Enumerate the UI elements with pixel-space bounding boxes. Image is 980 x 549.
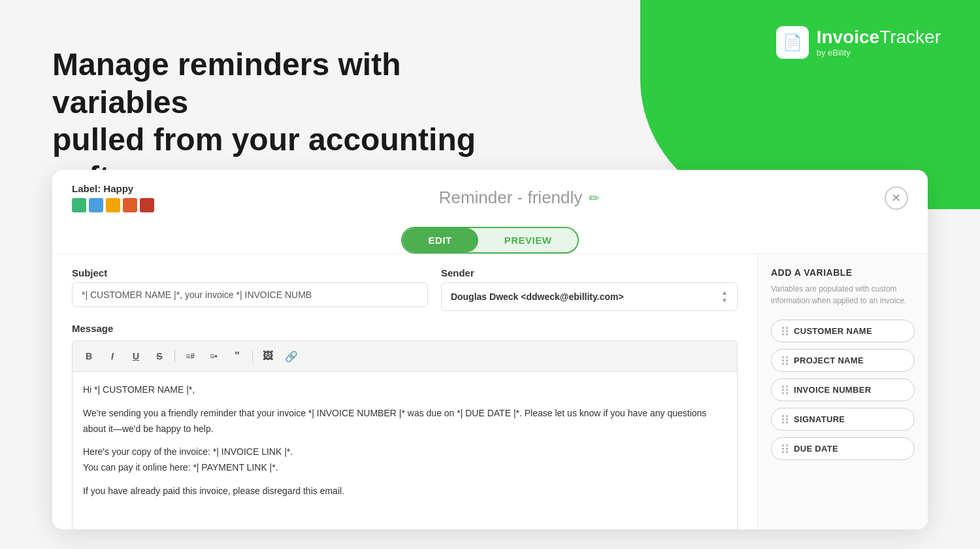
reminder-title: Reminder - friendly xyxy=(439,188,583,208)
swatch-green[interactable] xyxy=(72,198,86,212)
italic-button[interactable]: I xyxy=(103,346,122,366)
card-header: Label: Happy Reminder - friendly ✏ ✕ xyxy=(52,170,928,254)
color-swatches xyxy=(72,198,154,212)
sender-select[interactable]: Douglas Dweck <ddweck@ebillity.com> ▲ ▼ xyxy=(441,282,738,311)
subject-label: Subject xyxy=(72,267,428,278)
close-button[interactable]: ✕ xyxy=(885,186,908,210)
logo-sub: by eBility xyxy=(817,48,941,58)
variable-customer-name[interactable]: CUSTOMER NAME xyxy=(771,320,915,342)
drag-dots-icon xyxy=(782,327,789,335)
variable-project-name[interactable]: PROJECT NAME xyxy=(771,349,915,372)
swatch-red[interactable] xyxy=(140,198,154,212)
variable-signature[interactable]: SIGNATURE xyxy=(771,408,915,431)
reminder-title-area: Reminder - friendly ✏ xyxy=(439,188,600,208)
tabs-row: EDIT PREVIEW xyxy=(72,222,908,254)
strikethrough-button[interactable]: S xyxy=(150,346,169,366)
message-body[interactable]: Hi *| CUSTOMER NAME |*, We're sending yo… xyxy=(72,371,738,529)
close-icon: ✕ xyxy=(891,191,901,205)
card-body: Subject Sender Douglas Dweck <ddweck@ebi… xyxy=(52,254,928,529)
variable-label: SIGNATURE xyxy=(794,414,845,424)
message-label: Message xyxy=(72,323,738,334)
ordered-list-button[interactable]: ≡# xyxy=(180,346,200,366)
card-header-top: Label: Happy Reminder - friendly ✏ ✕ xyxy=(72,183,908,212)
unordered-list-button[interactable]: ≡• xyxy=(204,346,223,366)
variable-label: CUSTOMER NAME xyxy=(794,326,872,336)
main-panel: Subject Sender Douglas Dweck <ddweck@ebi… xyxy=(52,254,758,529)
bold-button[interactable]: B xyxy=(79,346,99,366)
drag-dots-icon xyxy=(782,444,789,453)
tab-toggle: EDIT PREVIEW xyxy=(401,227,580,254)
label-text: Label: Happy xyxy=(72,183,154,194)
swatch-orange[interactable] xyxy=(123,198,137,212)
variables-panel: ADD A VARIABLE Variables are populated w… xyxy=(758,254,928,529)
toolbar-separator-2 xyxy=(252,350,253,363)
drag-dots-icon xyxy=(782,386,789,394)
variable-label: INVOICE NUMBER xyxy=(794,385,871,395)
chevron-updown-icon: ▲ ▼ xyxy=(721,290,728,304)
edit-pencil-icon[interactable]: ✏ xyxy=(589,190,600,206)
variable-label: DUE DATE xyxy=(794,444,838,454)
underline-button[interactable]: U xyxy=(126,346,146,366)
quote-button[interactable]: " xyxy=(227,346,247,366)
image-button[interactable]: 🖼 xyxy=(258,346,278,366)
add-variable-desc: Variables are populated with custom info… xyxy=(771,283,915,307)
subject-input[interactable] xyxy=(72,282,428,307)
logo-icon: 📄 xyxy=(776,26,809,59)
swatch-yellow[interactable] xyxy=(106,198,120,212)
message-toolbar: B I U S ≡# ≡• " 🖼 🔗 xyxy=(72,341,738,371)
drag-dots-icon xyxy=(782,356,789,365)
message-section: Message B I U S ≡# ≡• " 🖼 🔗 Hi xyxy=(72,323,738,529)
variable-label: PROJECT NAME xyxy=(794,356,864,365)
sender-group: Sender Douglas Dweck <ddweck@ebillity.co… xyxy=(441,267,738,311)
form-row: Subject Sender Douglas Dweck <ddweck@ebi… xyxy=(72,267,738,311)
sender-value: Douglas Dweck <ddweck@ebillity.com> xyxy=(451,291,624,302)
logo-text-block: InvoiceTracker by eBility xyxy=(817,27,941,58)
add-variable-title: ADD A VARIABLE xyxy=(771,267,915,278)
variable-invoice-number[interactable]: INVOICE NUMBER xyxy=(771,378,915,401)
sender-label: Sender xyxy=(441,267,738,278)
swatch-blue[interactable] xyxy=(89,198,103,212)
tab-edit[interactable]: EDIT xyxy=(402,228,478,252)
logo-name: InvoiceTracker xyxy=(817,27,941,48)
variable-due-date[interactable]: DUE DATE xyxy=(771,437,915,460)
toolbar-separator-1 xyxy=(174,350,175,363)
drag-dots-icon xyxy=(782,415,789,424)
tab-preview[interactable]: PREVIEW xyxy=(478,228,578,252)
label-area: Label: Happy xyxy=(72,183,154,212)
modal-card: Label: Happy Reminder - friendly ✏ ✕ xyxy=(52,170,928,529)
logo-area: 📄 InvoiceTracker by eBility xyxy=(776,26,941,59)
subject-group: Subject xyxy=(72,267,428,311)
link-button[interactable]: 🔗 xyxy=(282,346,301,366)
